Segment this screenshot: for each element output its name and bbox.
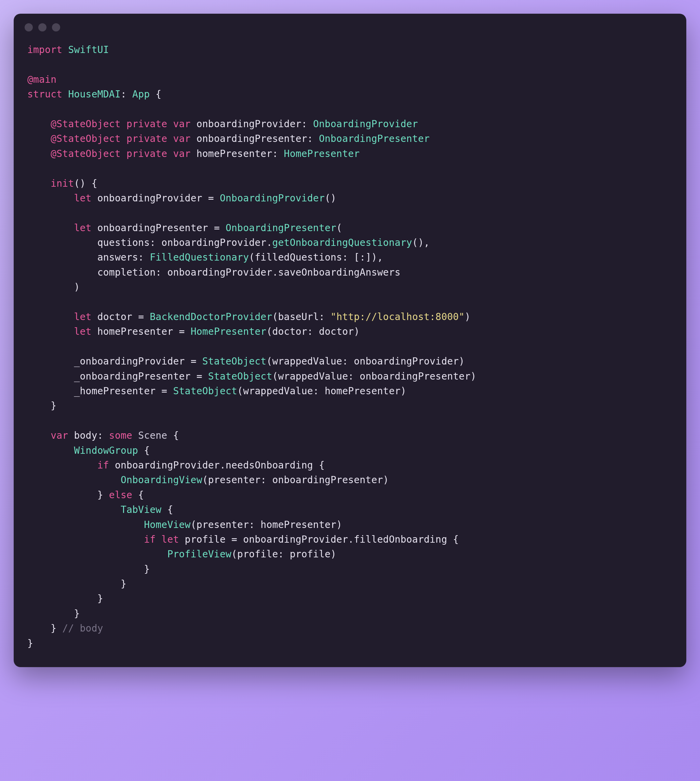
protocol-name: App — [132, 88, 150, 100]
init-keyword: init — [51, 178, 74, 189]
struct-name: HouseMDAI — [68, 88, 121, 100]
close-icon[interactable] — [25, 23, 33, 32]
comment-body: // body — [62, 622, 103, 634]
window-titlebar — [14, 14, 686, 37]
zoom-icon[interactable] — [52, 23, 60, 32]
keyword-struct: struct — [27, 88, 62, 100]
minimize-icon[interactable] — [38, 23, 47, 32]
keyword-import: import — [27, 44, 62, 55]
string-literal-baseurl: "http://localhost:8000" — [330, 311, 465, 322]
module-name: SwiftUI — [68, 44, 109, 55]
attribute-main: @main — [27, 74, 57, 85]
code-editor[interactable]: import SwiftUI @main struct HouseMDAI: A… — [14, 37, 686, 667]
attribute-stateobject: @StateObject — [51, 118, 121, 130]
editor-window: import SwiftUI @main struct HouseMDAI: A… — [14, 14, 686, 667]
